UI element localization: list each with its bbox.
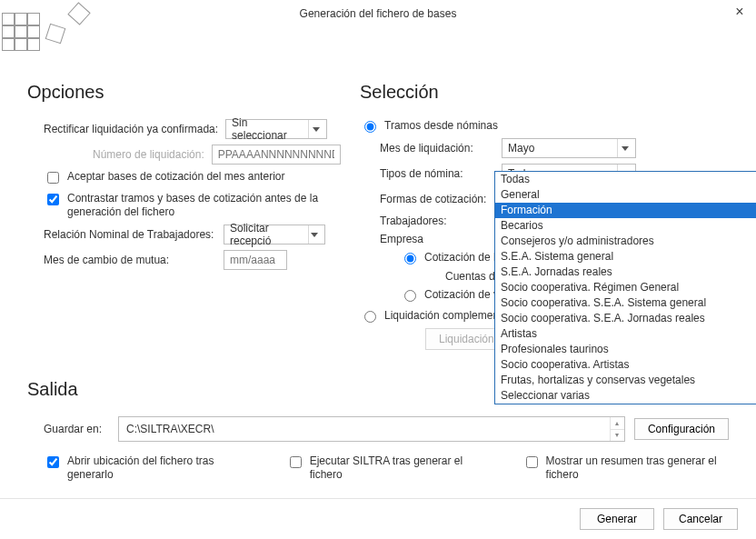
rad-liq-compl[interactable]	[364, 311, 376, 323]
mes-cambio-input[interactable]	[224, 250, 287, 270]
rnt-value: Solicitar recepció	[230, 222, 304, 247]
mes-liq-combo[interactable]: Mayo	[502, 138, 636, 158]
mes-liq-label: Mes de liquidación:	[380, 142, 494, 155]
chk-ejecutar-siltra-label: Ejecutar SILTRA tras generar el fichero	[310, 454, 477, 482]
formas-cot-option[interactable]: Formación	[495, 203, 756, 218]
formas-cot-option[interactable]: Socio cooperativa. S.E.A. Sistema genera…	[495, 295, 756, 311]
num-liq-label: Número de liquidación:	[93, 148, 204, 161]
formas-cot-option[interactable]: S.E.A. Jornadas reales	[495, 265, 756, 280]
generar-button[interactable]: Generar	[580, 508, 654, 530]
rnt-label: Relación Nominal de Trabajadores:	[44, 228, 216, 241]
chevron-down-icon	[617, 139, 632, 157]
chk-contrastar-label: Contrastar tramos y bases de cotización …	[67, 192, 327, 219]
formas-cot-option[interactable]: Frutas, hortalizas y conservas vegetales	[495, 373, 756, 388]
configuracion-button[interactable]: Configuración	[634, 418, 729, 440]
mes-liq-value: Mayo	[508, 142, 534, 155]
seleccion-heading: Selección	[360, 82, 729, 103]
chk-contrastar[interactable]	[47, 194, 59, 205]
formas-cot-option[interactable]: S.E.A. Sistema general	[495, 249, 756, 265]
formas-cot-option[interactable]: Todas	[495, 172, 756, 187]
guardar-en-label: Guardar en:	[44, 423, 109, 435]
chk-aceptar-bases[interactable]	[47, 172, 59, 184]
chk-abrir-ubicacion[interactable]	[47, 456, 59, 468]
rad-tramos-nominas-label: Tramos desde nóminas	[384, 119, 498, 133]
empresa-label: Empresa	[380, 233, 423, 245]
guardar-en-input[interactable]: C:\SILTRA\XECR\ ▴ ▾	[118, 416, 625, 442]
opciones-heading: Opciones	[27, 82, 327, 103]
formas-cot-option[interactable]: Profesionales taurinos	[495, 342, 756, 357]
rnt-combo[interactable]: Solicitar recepció	[224, 225, 325, 245]
formas-cot-dropdown[interactable]: TodasGeneralFormaciónBecariosConsejeros …	[494, 171, 756, 404]
chk-mostrar-resumen-label: Mostrar un resumen tras generar el fiche…	[546, 454, 729, 482]
chevron-down-icon	[308, 225, 321, 244]
chevron-down-icon[interactable]: ▾	[611, 429, 624, 442]
window-title: Generación del fichero de bases	[300, 7, 457, 20]
close-icon[interactable]: ×	[731, 4, 749, 20]
cancelar-button[interactable]: Cancelar	[663, 508, 738, 530]
rad-cot-empresa[interactable]	[404, 253, 416, 265]
formas-cot-option[interactable]: Becarios	[495, 218, 756, 234]
chevron-up-icon[interactable]: ▴	[611, 417, 624, 429]
formas-cot-option[interactable]: Socio cooperativa. Artistas	[495, 357, 756, 373]
num-liq-input	[212, 145, 341, 165]
rectificar-combo[interactable]: Sin seleccionar	[225, 119, 327, 139]
rad-tramos-nominas[interactable]	[364, 121, 376, 133]
chk-mostrar-resumen[interactable]	[526, 456, 538, 468]
formas-cot-option[interactable]: Socio cooperativa. Régimen General	[495, 280, 756, 295]
chk-abrir-ubicacion-label: Abrir ubicación del fichero tras generar…	[67, 454, 241, 482]
formas-cot-option[interactable]: Artistas	[495, 326, 756, 342]
formas-cot-label: Formas de cotización:	[380, 193, 494, 205]
chk-ejecutar-siltra[interactable]	[290, 456, 302, 468]
path-spinbuttons[interactable]: ▴ ▾	[610, 417, 624, 441]
rectificar-value: Sin seleccionar	[232, 116, 304, 142]
formas-cot-option[interactable]: General	[495, 187, 756, 203]
dialog-footer: Generar Cancelar	[0, 498, 756, 539]
formas-cot-option[interactable]: Consejeros y/o administradores	[495, 234, 756, 249]
guardar-en-value: C:\SILTRA\XECR\	[126, 423, 214, 435]
chevron-down-icon	[308, 120, 323, 138]
rad-liq-compl-label: Liquidación complement	[384, 309, 502, 323]
rectificar-label: Rectificar liquidación ya confirmada:	[44, 123, 218, 135]
chk-aceptar-bases-label: Aceptar bases de cotización del mes ante…	[67, 170, 284, 184]
tipos-nomina-label: Tipos de nómina:	[380, 167, 494, 180]
formas-cot-option[interactable]: Seleccionar varias	[495, 388, 756, 404]
formas-cot-option[interactable]: Socio cooperativa. S.E.A. Jornadas reale…	[495, 311, 756, 326]
rad-cot-varias[interactable]	[404, 290, 416, 302]
trabajadores-label: Trabajadores:	[380, 215, 494, 227]
titlebar: Generación del fichero de bases ×	[0, 0, 756, 27]
mes-cambio-label: Mes de cambio de mutua:	[44, 254, 216, 266]
